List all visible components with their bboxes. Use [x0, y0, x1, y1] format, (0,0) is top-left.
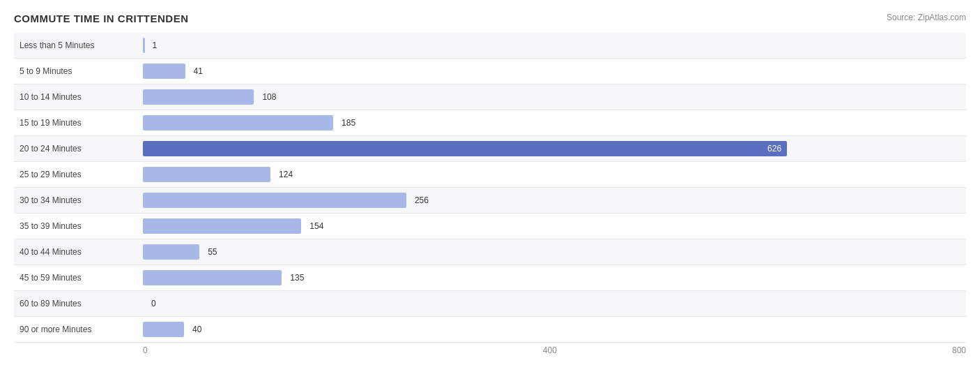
bar-area: 1	[143, 33, 966, 58]
bar-area: 41	[143, 59, 966, 84]
chart-container: COMMUTE TIME IN CRITTENDEN Source: ZipAt…	[0, 0, 980, 365]
bar-value: 40	[192, 325, 201, 334]
bar-value: 108	[262, 92, 276, 102]
bar-row: Less than 5 Minutes1	[14, 33, 966, 59]
bar-fill	[143, 218, 301, 234]
bar-area: 154	[143, 214, 966, 239]
x-axis-label: 0	[143, 345, 148, 355]
bar-label: 25 to 29 Minutes	[14, 170, 143, 179]
bar-row: 45 to 59 Minutes135	[14, 265, 966, 291]
bar-fill	[143, 193, 406, 208]
bar-value: 154	[309, 221, 323, 231]
chart-header: COMMUTE TIME IN CRITTENDEN Source: ZipAt…	[14, 13, 966, 24]
bar-area: 108	[143, 84, 966, 110]
chart-source: Source: ZipAtlas.com	[887, 13, 966, 22]
bar-label: 30 to 34 Minutes	[14, 195, 143, 205]
bar-value: 41	[194, 66, 203, 76]
bar-area: 55	[143, 239, 966, 265]
bar-label: 35 to 39 Minutes	[14, 221, 143, 231]
bar-row: 20 to 24 Minutes626	[14, 136, 966, 162]
bar-label: 40 to 44 Minutes	[14, 247, 143, 257]
bar-value: 256	[415, 195, 429, 205]
bar-value: 185	[342, 118, 355, 128]
bar-value: 626	[767, 144, 781, 154]
bar-fill	[143, 167, 270, 182]
bar-row: 30 to 34 Minutes256	[14, 188, 966, 214]
bar-label: 5 to 9 Minutes	[14, 66, 143, 76]
bar-label: 60 to 89 Minutes	[14, 299, 143, 308]
chart-body: Less than 5 Minutes15 to 9 Minutes4110 t…	[14, 33, 966, 343]
bar-label: 10 to 14 Minutes	[14, 92, 143, 102]
bar-fill	[143, 322, 184, 337]
chart-title: COMMUTE TIME IN CRITTENDEN	[14, 13, 189, 24]
bar-row: 35 to 39 Minutes154	[14, 214, 966, 239]
bar-value: 1	[152, 40, 157, 50]
bar-fill	[143, 115, 333, 131]
bar-fill	[143, 38, 145, 53]
bar-value: 55	[208, 247, 217, 257]
bar-fill	[143, 89, 254, 105]
x-axis-label: 400	[543, 345, 557, 355]
bar-label: 20 to 24 Minutes	[14, 144, 143, 154]
bar-fill	[143, 270, 282, 285]
bar-label: 45 to 59 Minutes	[14, 273, 143, 283]
bar-label: Less than 5 Minutes	[14, 40, 143, 50]
bar-area: 256	[143, 188, 966, 213]
bar-area: 185	[143, 110, 966, 135]
bar-area: 0	[143, 291, 966, 316]
bar-area: 124	[143, 162, 966, 187]
bar-fill	[143, 244, 199, 260]
bar-row: 60 to 89 Minutes0	[14, 291, 966, 317]
bar-area: 135	[143, 265, 966, 290]
x-axis-label: 800	[952, 345, 966, 355]
bar-value: 135	[290, 273, 304, 283]
bar-area: 626	[143, 136, 966, 161]
bar-label: 15 to 19 Minutes	[14, 118, 143, 128]
x-axis-labels: 0400800	[143, 345, 966, 355]
bar-label: 90 or more Minutes	[14, 325, 143, 334]
bar-row: 40 to 44 Minutes55	[14, 239, 966, 265]
bar-row: 10 to 14 Minutes108	[14, 84, 966, 110]
bar-row: 5 to 9 Minutes41	[14, 59, 966, 84]
bar-area: 40	[143, 317, 966, 342]
bar-fill	[143, 64, 185, 79]
bar-row: 15 to 19 Minutes185	[14, 110, 966, 136]
bar-fill: 626	[143, 141, 787, 156]
bar-value: 0	[151, 299, 156, 308]
x-axis: 0400800	[143, 345, 966, 355]
bar-row: 25 to 29 Minutes124	[14, 162, 966, 188]
bar-value: 124	[279, 170, 293, 179]
bar-row: 90 or more Minutes40	[14, 317, 966, 343]
